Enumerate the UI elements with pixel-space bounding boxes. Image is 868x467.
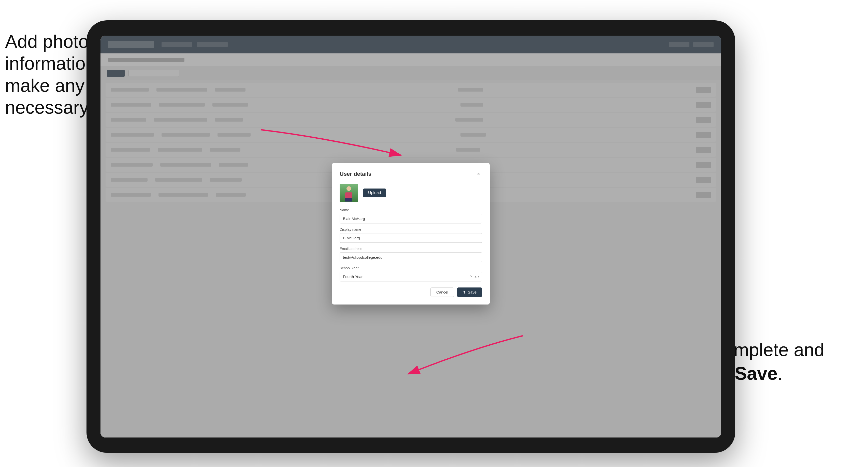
school-year-select-wrapper: First Year Second Year Third Year Fourth… [340, 272, 482, 281]
user-photo-thumbnail [340, 184, 358, 202]
save-button[interactable]: ⬆ Save [457, 287, 482, 297]
chevron-down-icon[interactable]: ▲▼ [474, 275, 480, 278]
select-clear-icon[interactable]: × [470, 275, 472, 279]
user-details-modal: User details × Upload Name Display name [332, 163, 490, 305]
select-controls: × ▲▼ [470, 275, 480, 279]
display-name-input[interactable] [340, 233, 482, 243]
email-label: Email address [340, 247, 482, 251]
school-year-field-group: School Year First Year Second Year Third… [340, 266, 482, 281]
cancel-button[interactable]: Cancel [430, 287, 454, 297]
name-label: Name [340, 208, 482, 212]
photo-section: Upload [340, 184, 482, 202]
email-field-group: Email address [340, 247, 482, 262]
school-year-label: School Year [340, 266, 482, 270]
tablet-screen: User details × Upload Name Display name [100, 36, 721, 437]
modal-title: User details [340, 171, 371, 177]
person-head [346, 186, 351, 191]
display-name-label: Display name [340, 227, 482, 231]
person-body [345, 192, 352, 198]
modal-footer: Cancel ⬆ Save [340, 287, 482, 297]
display-name-field-group: Display name [340, 227, 482, 243]
name-input[interactable] [340, 214, 482, 223]
upload-photo-button[interactable]: Upload [363, 188, 386, 197]
person-legs [345, 198, 352, 201]
school-year-select[interactable]: First Year Second Year Third Year Fourth… [340, 272, 482, 281]
modal-close-button[interactable]: × [475, 170, 482, 178]
tablet-device: User details × Upload Name Display name [87, 20, 735, 453]
save-icon: ⬆ [463, 290, 466, 294]
email-input[interactable] [340, 252, 482, 262]
modal-header: User details × [340, 170, 482, 178]
name-field-group: Name [340, 208, 482, 223]
